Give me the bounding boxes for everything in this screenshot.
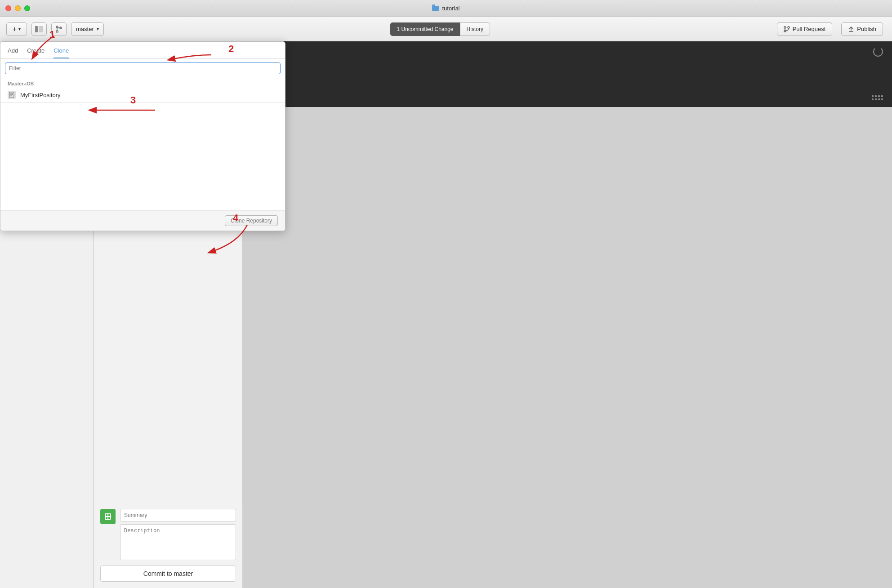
clone-footer: Clone Repository: [0, 210, 285, 231]
right-background: nd: [242, 41, 892, 588]
close-button[interactable]: [5, 5, 11, 11]
maximize-button[interactable]: [24, 5, 30, 11]
commit-form: Commit to master: [94, 503, 242, 588]
repo-icon: [8, 91, 16, 99]
grid-dots-icon: [872, 95, 883, 100]
commit-to-master-button[interactable]: Commit to master: [100, 566, 236, 582]
svg-rect-14: [108, 517, 110, 519]
summary-input[interactable]: [120, 509, 236, 521]
dropdown-tabs: Add Create Clone: [0, 42, 285, 59]
svg-rect-13: [106, 517, 107, 519]
tab-clone[interactable]: Clone: [54, 47, 69, 58]
svg-point-3: [56, 31, 58, 32]
window-title: tutorial: [432, 5, 459, 12]
svg-rect-12: [108, 514, 110, 516]
repo-list-item[interactable]: MyFirstPository: [0, 88, 285, 102]
svg-point-7: [784, 30, 786, 32]
description-textarea[interactable]: [120, 524, 236, 560]
branch-icon: [56, 26, 62, 33]
toolbar-center: 1 Uncommitted Change History: [108, 22, 772, 36]
pull-request-icon: [784, 26, 790, 32]
commit-form-inner: [100, 509, 236, 560]
uncommitted-button[interactable]: 1 Uncommitted Change: [390, 22, 459, 36]
history-button[interactable]: History: [460, 22, 490, 36]
master-branch-button[interactable]: master ▾: [71, 22, 104, 36]
master-label: master: [76, 26, 94, 32]
svg-point-6: [784, 27, 786, 28]
folder-icon: [432, 6, 439, 11]
dropdown-menu: Add Create Clone Master-iOS MyFirstPosit…: [0, 41, 285, 231]
svg-rect-1: [39, 26, 43, 32]
publish-button[interactable]: Publish: [841, 22, 883, 36]
chevron-down-icon: ▾: [18, 27, 21, 31]
branch-button[interactable]: [51, 22, 67, 36]
svg-rect-11: [106, 514, 107, 516]
tab-create[interactable]: Create: [27, 47, 45, 58]
pull-request-button[interactable]: Pull Request: [777, 22, 833, 36]
svg-point-8: [788, 27, 789, 28]
repo-name: MyFirstPository: [20, 92, 61, 98]
title-bar: tutorial: [0, 0, 892, 17]
repo-section-header: Master-iOS: [0, 78, 285, 88]
avatar: [100, 509, 116, 524]
repository-icon: [9, 92, 15, 98]
loading-spinner: [873, 47, 883, 57]
chevron-down-icon: ▾: [97, 27, 99, 31]
svg-rect-0: [35, 26, 38, 32]
sidebar-toggle-button[interactable]: [31, 22, 47, 36]
minimize-button[interactable]: [15, 5, 21, 11]
sidebar-icon: [35, 26, 43, 32]
empty-area: [0, 102, 285, 210]
filter-section: [0, 59, 285, 78]
upload-icon: [848, 26, 854, 32]
plus-icon: +: [13, 25, 17, 33]
avatar-icon: [103, 512, 113, 521]
tab-add[interactable]: Add: [8, 47, 18, 58]
window-controls: [5, 5, 30, 11]
filter-input[interactable]: [5, 62, 281, 74]
toolbar: + ▾ master ▾ 1 Uncommitted Change Histor…: [0, 17, 892, 41]
add-button[interactable]: + ▾: [6, 22, 27, 36]
toolbar-right: Pull Request: [777, 22, 833, 36]
clone-repository-button[interactable]: Clone Repository: [225, 215, 278, 226]
